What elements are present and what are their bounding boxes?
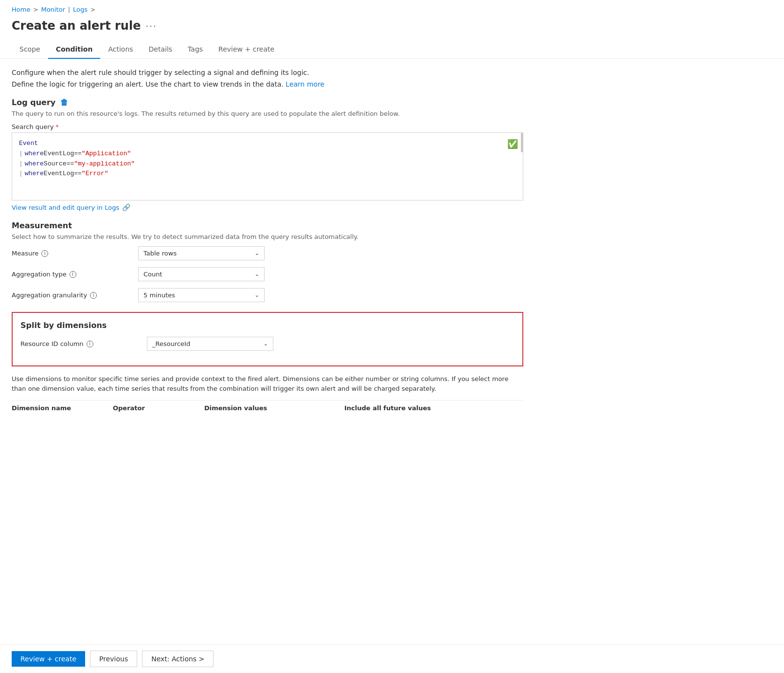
condition-desc2: Define the logic for triggering an alert… bbox=[12, 80, 523, 88]
dim-header-values: Dimension values bbox=[204, 404, 340, 412]
code-line-3: | where Source == "my-application" bbox=[19, 159, 516, 169]
next-actions-button[interactable]: Next: Actions > bbox=[142, 651, 214, 667]
measure-label: Measure i bbox=[12, 250, 138, 257]
dimension-table-header: Dimension name Operator Dimension values… bbox=[12, 400, 523, 416]
breadcrumb-sep1: > bbox=[33, 6, 38, 13]
search-query-label: Search query * bbox=[12, 123, 523, 130]
dim-header-operator: Operator bbox=[113, 404, 200, 412]
review-create-button[interactable]: Review + create bbox=[12, 651, 85, 667]
condition-desc1: Configure when the alert rule should tri… bbox=[12, 69, 523, 76]
tab-actions[interactable]: Actions bbox=[100, 40, 141, 59]
resource-id-row: Resource ID column i _ResourceId ⌄ bbox=[20, 337, 515, 351]
resource-id-info-icon[interactable]: i bbox=[87, 341, 93, 347]
tab-condition[interactable]: Condition bbox=[48, 40, 101, 59]
breadcrumb-sep2: | bbox=[68, 6, 70, 13]
measurement-section: Measurement Select how to summarize the … bbox=[12, 221, 523, 302]
measure-info-icon[interactable]: i bbox=[41, 250, 48, 257]
breadcrumb: Home > Monitor | Logs > bbox=[0, 0, 784, 17]
previous-button[interactable]: Previous bbox=[90, 651, 137, 667]
required-marker: * bbox=[55, 123, 59, 130]
breadcrumb-monitor[interactable]: Monitor bbox=[41, 6, 65, 13]
tab-details[interactable]: Details bbox=[141, 40, 180, 59]
aggregation-type-row: Aggregation type i Count ⌄ bbox=[12, 267, 523, 281]
measure-dropdown[interactable]: Table rows ⌄ bbox=[138, 246, 265, 260]
dim-header-name: Dimension name bbox=[12, 404, 109, 412]
tab-tags[interactable]: Tags bbox=[180, 40, 211, 59]
resource-id-dropdown[interactable]: _ResourceId ⌄ bbox=[147, 337, 273, 351]
measurement-desc: Select how to summarize the results. We … bbox=[12, 233, 523, 240]
resource-id-chevron-icon: ⌄ bbox=[264, 341, 268, 347]
external-link-icon: 🔗 bbox=[122, 203, 130, 211]
measure-row: Measure i Table rows ⌄ bbox=[12, 246, 523, 260]
aggregation-granularity-label: Aggregation granularity i bbox=[12, 291, 138, 299]
delete-query-button[interactable]: 🗑 bbox=[60, 98, 68, 107]
aggregation-granularity-row: Aggregation granularity i 5 minutes ⌄ bbox=[12, 288, 523, 302]
view-query-in-logs-link[interactable]: View result and edit query in Logs 🔗 bbox=[12, 203, 523, 211]
measurement-title: Measurement bbox=[12, 221, 523, 230]
breadcrumb-sep3: > bbox=[90, 6, 95, 13]
log-query-desc: The query to run on this resource's logs… bbox=[12, 110, 523, 117]
code-line-1: Event bbox=[19, 139, 516, 149]
scrollbar bbox=[521, 133, 523, 152]
aggregation-granularity-dropdown[interactable]: 5 minutes ⌄ bbox=[138, 288, 265, 302]
page-title-container: Create an alert rule ··· bbox=[0, 17, 784, 40]
code-line-2: | where EventLog == "Application" bbox=[19, 149, 516, 159]
resource-id-label: Resource ID column i bbox=[20, 340, 147, 347]
split-desc: Use dimensions to monitor specific time … bbox=[12, 374, 523, 393]
page-title: Create an alert rule bbox=[12, 19, 141, 33]
dim-header-future: Include all future values bbox=[344, 404, 442, 412]
measure-chevron-icon: ⌄ bbox=[255, 250, 259, 256]
aggregation-type-info-icon[interactable]: i bbox=[70, 271, 76, 278]
aggregation-granularity-chevron-icon: ⌄ bbox=[255, 292, 259, 298]
aggregation-type-chevron-icon: ⌄ bbox=[255, 271, 259, 277]
search-query-container: Search query * ✅ Event | where EventLog … bbox=[12, 123, 523, 200]
more-options-button[interactable]: ··· bbox=[145, 21, 157, 31]
aggregation-type-label: Aggregation type i bbox=[12, 271, 138, 278]
learn-more-link[interactable]: Learn more bbox=[285, 80, 324, 88]
aggregation-granularity-info-icon[interactable]: i bbox=[90, 292, 97, 299]
tab-review-create[interactable]: Review + create bbox=[211, 40, 282, 59]
split-title: Split by dimensions bbox=[20, 321, 515, 330]
tab-scope[interactable]: Scope bbox=[12, 40, 48, 59]
main-content: Configure when the alert rule should tri… bbox=[0, 69, 535, 416]
query-valid-icon: ✅ bbox=[507, 138, 518, 152]
footer-bar: Review + create Previous Next: Actions > bbox=[0, 644, 784, 673]
breadcrumb-home[interactable]: Home bbox=[12, 6, 30, 13]
breadcrumb-logs[interactable]: Logs bbox=[73, 6, 88, 13]
search-query-editor[interactable]: ✅ Event | where EventLog == "Application… bbox=[12, 132, 523, 200]
code-line-4: | where EventLog == "Error" bbox=[19, 169, 516, 179]
tab-bar: Scope Condition Actions Details Tags Rev… bbox=[0, 40, 784, 59]
aggregation-type-dropdown[interactable]: Count ⌄ bbox=[138, 267, 265, 281]
log-query-section-title: Log query 🗑 bbox=[12, 98, 523, 107]
split-by-dimensions-section: Split by dimensions Resource ID column i… bbox=[12, 312, 523, 366]
